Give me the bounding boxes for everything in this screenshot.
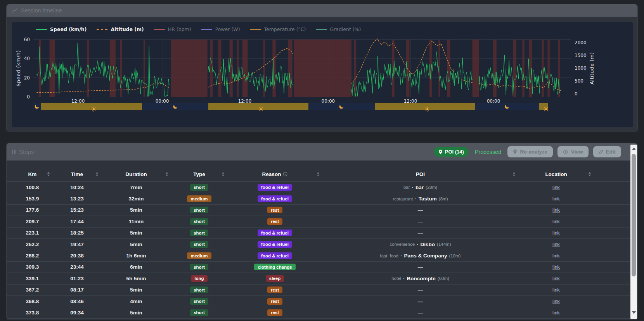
column-header-reason[interactable]: Reason: [227, 171, 322, 177]
column-header-time[interactable]: Time: [53, 171, 101, 177]
column-header-location[interactable]: Location: [518, 171, 594, 177]
location-link[interactable]: link: [552, 196, 560, 202]
timeline-chart-svg: 0204060050010001500200012:0000:0012:0000…: [12, 22, 633, 127]
day-segment: [41, 103, 142, 110]
cell-time: 20:38: [53, 253, 101, 259]
sort-icon[interactable]: [222, 172, 224, 176]
poi-separator: ·: [412, 185, 414, 190]
location-link[interactable]: link: [552, 253, 560, 259]
cell-type: short: [171, 218, 227, 225]
poi-name: Boncompte: [407, 276, 436, 281]
location-link[interactable]: link: [552, 242, 560, 247]
sort-icon[interactable]: [589, 172, 591, 176]
cell-poi: —: [322, 287, 518, 293]
table-row[interactable]: 309.323:446minshortclothing change—link: [7, 262, 630, 273]
column-header-type[interactable]: Type: [171, 171, 227, 177]
table-row[interactable]: 252.219:475minshortfood & refuelconvenie…: [7, 239, 630, 250]
processed-status: Processed: [475, 149, 502, 155]
poi-empty: —: [418, 287, 423, 293]
poi-separator: ·: [400, 253, 402, 259]
stops-header-actions: POI (14) Processed Re-analyzeViewEdit: [434, 146, 621, 157]
cell-km: 100.8: [12, 185, 53, 190]
type-badge: short: [190, 207, 208, 213]
scrollbar-thumb[interactable]: [632, 154, 636, 276]
sort-icon[interactable]: [317, 172, 319, 176]
cell-location: link: [518, 299, 594, 304]
poi-distance: (144m): [437, 242, 451, 247]
poi-separator: ·: [403, 276, 405, 281]
column-label: Reason: [262, 171, 281, 177]
cell-poi: fast_food·Pans & Company(10m): [322, 253, 518, 259]
cell-location: link: [518, 276, 594, 281]
table-row[interactable]: 268.220:381h 6minmediumfood & refuelfast…: [7, 250, 630, 261]
poi-empty: —: [418, 299, 423, 304]
svg-text:0: 0: [575, 91, 578, 97]
sort-icon[interactable]: [513, 172, 515, 176]
cell-duration: 5min: [101, 310, 171, 316]
cell-time: 01:23: [53, 276, 101, 281]
location-link[interactable]: link: [552, 219, 560, 224]
column-header-km[interactable]: Km: [12, 171, 53, 177]
location-link[interactable]: link: [552, 207, 560, 213]
type-badge: short: [190, 241, 208, 248]
location-link[interactable]: link: [552, 185, 560, 190]
cell-type: short: [171, 298, 227, 305]
cell-reason: food & refuel: [227, 195, 322, 202]
table-row[interactable]: 339.101:235h 5minlongsleephotel·Boncompt…: [7, 273, 630, 284]
table-row[interactable]: 100.810:247minshortfood & refuelbar·bar(…: [7, 182, 630, 193]
timeline-chart[interactable]: Speed (km/h)Altitude (m)HR (bpm)Power (W…: [12, 22, 633, 127]
sort-icon[interactable]: [96, 172, 98, 176]
poi-distance: (10m): [449, 254, 460, 258]
table-row[interactable]: 177.615:235minshortrest—link: [7, 205, 630, 216]
y-axis-left-label: Speed (km/h): [15, 40, 21, 97]
view-button[interactable]: View: [557, 146, 589, 157]
poi-category: fast_food: [380, 254, 398, 258]
cell-type: medium: [171, 195, 227, 202]
night-segment: [33, 103, 41, 110]
column-header-duration[interactable]: Duration: [101, 171, 171, 177]
reason-badge: food & refuel: [258, 195, 292, 202]
type-badge: short: [190, 264, 208, 270]
cell-location: link: [518, 310, 594, 316]
table-row[interactable]: 368.808:464minshortrest—link: [7, 296, 630, 307]
cell-duration: 5min: [101, 242, 171, 247]
table-row[interactable]: 223.118:255minshortfood & refuel—link: [7, 228, 630, 239]
eye-icon: [563, 150, 568, 154]
table-row[interactable]: 153.913:2332minmediumfood & refuelrestau…: [7, 193, 630, 204]
cell-km: 339.1: [12, 276, 53, 281]
location-link[interactable]: link: [552, 264, 560, 270]
cell-km: 373.8: [12, 310, 53, 316]
info-icon[interactable]: [283, 172, 287, 176]
cell-km: 309.3: [12, 264, 53, 270]
table-row[interactable]: 373.809:345minshortrest—link: [7, 307, 630, 318]
cell-poi: —: [322, 310, 518, 316]
session-timeline-panel: Session timeline Speed (km/h)Altitude (m…: [6, 4, 638, 132]
cell-type: short: [171, 264, 227, 270]
stops-scrollbar[interactable]: [630, 145, 637, 319]
cell-poi: restaurant·Tastum(8m): [322, 196, 518, 202]
cell-km: 252.2: [12, 242, 53, 247]
column-header-poi[interactable]: POI: [322, 171, 518, 177]
scrollbar-down-arrow[interactable]: [632, 311, 636, 314]
location-link[interactable]: link: [552, 287, 560, 293]
table-row[interactable]: 209.717:4411minshortrest—link: [7, 216, 630, 227]
column-label: Km: [28, 171, 37, 177]
cell-time: 18:25: [53, 230, 101, 236]
cell-reason: sleep: [227, 275, 322, 282]
sort-icon[interactable]: [166, 172, 168, 176]
cell-km: 209.7: [12, 219, 53, 224]
location-link[interactable]: link: [552, 276, 560, 281]
table-row[interactable]: 367.208:175minshortrest—link: [7, 285, 630, 296]
location-link[interactable]: link: [552, 310, 560, 316]
cell-location: link: [518, 185, 594, 190]
reanalyze-button[interactable]: Re-analyze: [507, 146, 553, 157]
scrollbar-up-arrow[interactable]: [632, 147, 636, 150]
location-link[interactable]: link: [552, 230, 560, 236]
cell-km: 223.1: [12, 230, 53, 236]
edit-button[interactable]: Edit: [593, 146, 621, 157]
sort-icon[interactable]: [47, 172, 50, 176]
cell-time: 09:34: [53, 310, 101, 316]
table-row[interactable]: 390.310:4133minmediumfood & refuelbakery…: [7, 319, 630, 319]
poi-count-badge: POI (14): [434, 147, 469, 157]
location-link[interactable]: link: [552, 299, 560, 304]
